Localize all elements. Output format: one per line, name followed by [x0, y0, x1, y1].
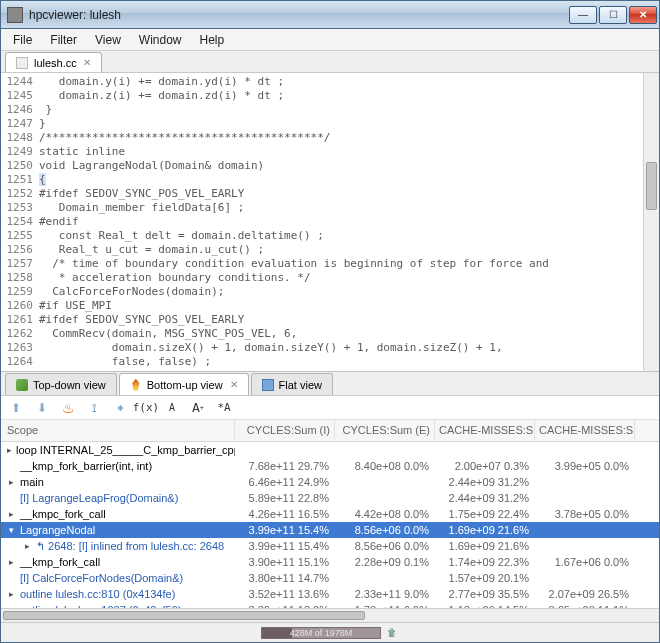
code-line[interactable]: }: [39, 117, 643, 131]
menu-help[interactable]: Help: [192, 31, 233, 49]
chevron-right-icon[interactable]: [7, 478, 16, 487]
arrow-up-icon[interactable]: ⬆: [9, 401, 23, 415]
code-line[interactable]: #ifdef SEDOV_SYNC_POS_VEL_EARLY: [39, 313, 643, 327]
scope-cell[interactable]: __kmpc_fork_call: [1, 508, 235, 520]
font-big-icon[interactable]: A+: [191, 401, 205, 415]
menu-window[interactable]: Window: [131, 31, 190, 49]
menu-file[interactable]: File: [5, 31, 40, 49]
scope-cell[interactable]: ↰ 2648: [I] inlined from lulesh.cc: 2648: [1, 540, 235, 553]
font-star-icon[interactable]: *A: [217, 401, 231, 415]
scope-cell[interactable]: outline lulesh.cc:810 (0x4134fe): [1, 588, 235, 600]
zoom-icon[interactable]: ⌖: [113, 401, 127, 415]
chevron-right-icon[interactable]: [7, 558, 16, 567]
col-cycles-e[interactable]: CYCLES:Sum (E): [335, 420, 435, 441]
code-line[interactable]: #endif: [39, 369, 643, 371]
table-body: loop INTERNAL_25_____C_kmp_barrier_cpp_d…: [1, 442, 659, 608]
code-line[interactable]: const Real_t delt = domain.deltatime() ;: [39, 229, 643, 243]
close-icon[interactable]: ✕: [83, 57, 91, 68]
code-line[interactable]: #ifdef SEDOV_SYNC_POS_VEL_EARLY: [39, 187, 643, 201]
menu-view[interactable]: View: [87, 31, 129, 49]
chevron-right-icon[interactable]: [7, 590, 16, 599]
table-row[interactable]: [I] CalcForceForNodes(Domain&)3.80e+11 1…: [1, 570, 659, 586]
line-number: 1258: [1, 271, 33, 285]
table-row[interactable]: ↰ 2648: [I] inlined from lulesh.cc: 2648…: [1, 538, 659, 554]
scope-cell[interactable]: [I] LagrangeLeapFrog(Domain&): [1, 492, 235, 504]
code-line[interactable]: domain.y(i) += domain.yd(i) * dt ;: [39, 75, 643, 89]
close-icon[interactable]: ✕: [230, 379, 238, 390]
code-line[interactable]: /* time of boundary condition evaluation…: [39, 257, 643, 271]
code-line[interactable]: CalcForceForNodes(domain);: [39, 285, 643, 299]
spacer: [7, 494, 16, 503]
tree-down-icon: [16, 379, 28, 391]
table-row[interactable]: loop INTERNAL_25_____C_kmp_barrier_cpp_d…: [1, 442, 659, 458]
vertical-scrollbar[interactable]: [643, 73, 659, 371]
line-number: 1251: [1, 173, 33, 187]
table-row[interactable]: main6.46e+11 24.9%2.44e+09 31.2%: [1, 474, 659, 490]
scope-label[interactable]: [I] CalcForceForNodes(Domain&): [20, 572, 183, 584]
tab-top-down[interactable]: Top-down view: [5, 373, 117, 395]
maximize-button[interactable]: ☐: [599, 6, 627, 24]
fx-icon[interactable]: f(x): [139, 401, 153, 415]
close-button[interactable]: ✕: [629, 6, 657, 24]
line-number: 1262: [1, 327, 33, 341]
code-line[interactable]: CommRecv(domain, MSG_SYNC_POS_VEL, 6,: [39, 327, 643, 341]
code-line[interactable]: domain.z(i) += domain.zd(i) * dt ;: [39, 89, 643, 103]
tab-flat[interactable]: Flat view: [251, 373, 333, 395]
table-row[interactable]: __kmp_fork_call3.90e+11 15.1%2.28e+09 0.…: [1, 554, 659, 570]
scope-cell[interactable]: loop INTERNAL_25_____C_kmp_barrier_cpp_d…: [1, 444, 235, 456]
code-lines[interactable]: domain.y(i) += domain.yd(i) * dt ; domai…: [37, 73, 643, 371]
minimize-button[interactable]: —: [569, 6, 597, 24]
tab-bottom-up[interactable]: Bottom-up view ✕: [119, 373, 249, 395]
scope-label[interactable]: [I] LagrangeLeapFrog(Domain&): [20, 492, 178, 504]
chevron-right-icon[interactable]: [23, 542, 32, 551]
code-line[interactable]: static inline: [39, 145, 643, 159]
table-row[interactable]: __kmpc_fork_call4.26e+11 16.5%4.42e+08 0…: [1, 506, 659, 522]
menu-bar: File Filter View Window Help: [1, 29, 659, 51]
font-small-icon[interactable]: A: [165, 401, 179, 415]
metric-cell: 7.68e+11 29.7%: [235, 460, 335, 472]
memory-gauge[interactable]: 428M of 1978M: [261, 627, 381, 639]
chevron-right-icon[interactable]: [7, 446, 12, 455]
code-line[interactable]: {: [39, 173, 643, 187]
col-cycles-i[interactable]: CYCLES:Sum (I): [235, 420, 335, 441]
code-line[interactable]: domain.sizeX() + 1, domain.sizeY() + 1, …: [39, 341, 643, 355]
chevron-right-icon[interactable]: [7, 510, 16, 519]
table-row[interactable]: [I] LagrangeLeapFrog(Domain&)5.89e+11 22…: [1, 490, 659, 506]
editor-tab[interactable]: lulesh.cc ✕: [5, 52, 102, 72]
code-line[interactable]: void LagrangeNodal(Domain& domain): [39, 159, 643, 173]
title-bar[interactable]: hpcviewer: lulesh — ☐ ✕: [1, 1, 659, 29]
code-line[interactable]: Domain_member fieldData[6] ;: [39, 201, 643, 215]
col-cache-i[interactable]: CACHE-MISSES:Sum (I): [435, 420, 535, 441]
scope-cell[interactable]: main: [1, 476, 235, 488]
scope-cell[interactable]: __kmp_fork_call: [1, 556, 235, 568]
scope-cell[interactable]: __kmp_fork_barrier(int, int): [1, 460, 235, 472]
code-line[interactable]: /***************************************…: [39, 131, 643, 145]
scrollbar-thumb[interactable]: [646, 162, 657, 210]
code-line[interactable]: }: [39, 103, 643, 117]
scope-cell[interactable]: LagrangeNodal: [1, 524, 235, 536]
flame-icon[interactable]: ♨: [61, 401, 75, 415]
line-number: 1263: [1, 341, 33, 355]
scrollbar-thumb[interactable]: [3, 611, 365, 620]
menu-filter[interactable]: Filter: [42, 31, 85, 49]
table-row[interactable]: __kmp_fork_barrier(int, int)7.68e+11 29.…: [1, 458, 659, 474]
trash-icon[interactable]: 🗑: [387, 627, 399, 639]
arrow-down-icon[interactable]: ⬇: [35, 401, 49, 415]
table-row[interactable]: outline lulesh.cc:810 (0x4134fe)3.52e+11…: [1, 586, 659, 602]
scope-cell[interactable]: [I] CalcForceForNodes(Domain&): [1, 572, 235, 584]
code-line[interactable]: Real_t u_cut = domain.u_cut() ;: [39, 243, 643, 257]
code-line[interactable]: * acceleration boundary conditions. */: [39, 271, 643, 285]
code-editor[interactable]: 1244124512461247124812491250125112521253…: [1, 73, 659, 372]
scope-label[interactable]: ↰ 2648: [I] inlined from lulesh.cc: 2648: [36, 540, 224, 553]
code-line[interactable]: #if USE_MPI: [39, 299, 643, 313]
code-line[interactable]: #endif: [39, 215, 643, 229]
chevron-down-icon[interactable]: [7, 526, 16, 535]
horizontal-scrollbar[interactable]: [1, 608, 659, 622]
col-scope[interactable]: Scope: [1, 420, 235, 441]
antenna-icon[interactable]: ⟟: [87, 401, 101, 415]
code-line[interactable]: false, false) ;: [39, 355, 643, 369]
col-cache-e[interactable]: CACHE-MISSES:Sum (E): [535, 420, 635, 441]
scope-label: main: [20, 476, 44, 488]
scope-label[interactable]: outline lulesh.cc:810 (0x4134fe): [20, 588, 175, 600]
table-row[interactable]: LagrangeNodal3.99e+11 15.4%8.56e+06 0.0%…: [1, 522, 659, 538]
